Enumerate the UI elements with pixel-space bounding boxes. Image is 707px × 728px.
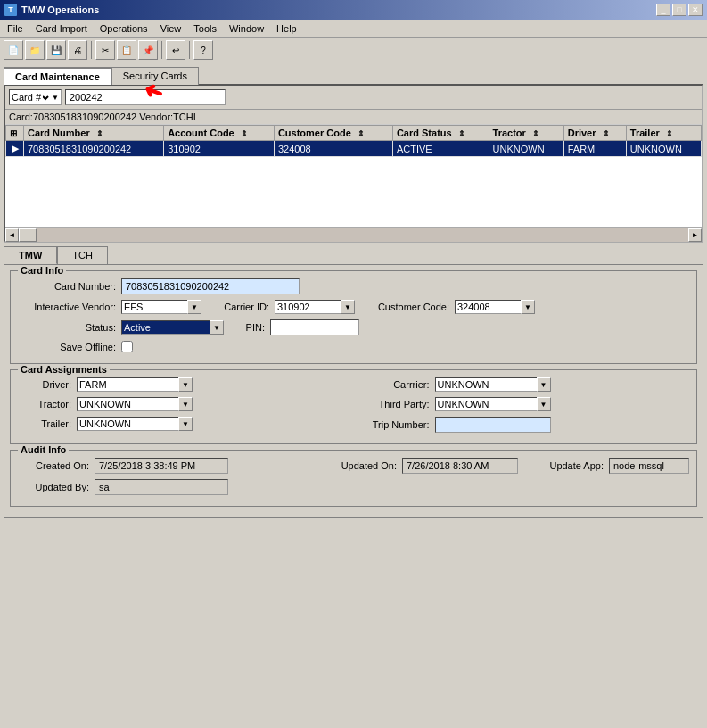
update-app-field [609, 458, 689, 474]
col-header-customer-code[interactable]: Customer Code ⇕ [274, 126, 392, 141]
status-label: Status: [18, 322, 116, 333]
col-header-num[interactable]: ⊞ [6, 126, 24, 141]
save-offline-checkbox[interactable] [121, 341, 133, 352]
third-party-dropdown-arrow-icon[interactable]: ▼ [537, 397, 551, 411]
inner-tab-tch[interactable]: TCH [57, 246, 108, 264]
table-row[interactable]: ▶ 7083051831090200242 310902 324008 ACTI… [6, 141, 702, 157]
carrier-id-label: Carrier ID: [207, 302, 269, 312]
trailer-select[interactable]: UNKNOWN [77, 417, 193, 431]
carrier-assign-dropdown-arrow-icon[interactable]: ▼ [537, 377, 551, 392]
sort-arrow-account-code: ⇕ [241, 129, 248, 138]
lower-section: TMW TCH Card Info Card Number: Interacti… [0, 243, 707, 724]
driver-row: Driver: FARM ▼ [18, 377, 349, 392]
menu-tools[interactable]: Tools [188, 21, 222, 36]
copy-button[interactable]: 📋 [117, 40, 136, 60]
cell-account-code: 310902 [164, 141, 275, 157]
row-indicator: ▶ [6, 141, 24, 157]
customer-dropdown-arrow-icon[interactable]: ▼ [521, 300, 535, 314]
carrier-select[interactable]: UNKNOWN [435, 377, 551, 392]
cell-driver: FARM [563, 141, 626, 157]
card-number-label: Card Number: [18, 281, 116, 292]
inner-tab-tmw[interactable]: TMW [4, 246, 57, 264]
search-type-select[interactable] [43, 91, 52, 103]
pin-field[interactable] [270, 319, 359, 335]
menu-view[interactable]: View [155, 21, 187, 36]
undo-button[interactable]: ↩ [166, 40, 185, 60]
close-button[interactable]: ✕ [688, 4, 703, 16]
window-controls: _ □ ✕ [656, 4, 703, 16]
minimize-button[interactable]: _ [656, 4, 670, 16]
horizontal-scrollbar[interactable]: ◄ ► [5, 228, 702, 241]
help-button[interactable]: ? [193, 40, 213, 60]
save-offline-row: Save Offline: [18, 341, 689, 352]
created-on-field [95, 458, 228, 474]
audit-info-title: Audit Info [18, 444, 69, 455]
open-button[interactable]: 📁 [25, 40, 45, 60]
col-header-card-status[interactable]: Card Status ⇕ [392, 126, 489, 141]
interactive-vendor-label: Interactive Vendor: [18, 302, 116, 312]
sort-arrow-tractor: ⇕ [532, 129, 539, 138]
menu-file[interactable]: File [2, 21, 29, 36]
tab-card-maintenance[interactable]: Card Maintenance [4, 67, 111, 85]
assignments-col-right: Carrrier: UNKNOWN ▼ Third Party: [358, 377, 690, 438]
tractor-select[interactable]: UNKNOWN [77, 397, 193, 411]
col-header-tractor[interactable]: Tractor ⇕ [489, 126, 563, 141]
tractor-row: Tractor: UNKNOWN ▼ [18, 397, 349, 411]
save-button[interactable]: 💾 [46, 40, 66, 60]
paste-button[interactable]: 📌 [138, 40, 158, 60]
card-assignments-group: Card Assignments Driver: FARM ▼ [10, 369, 697, 444]
new-button[interactable]: 📄 [4, 40, 23, 60]
toolbar-sep-1 [91, 41, 92, 59]
dropdown-arrow-icon: ▼ [52, 94, 59, 102]
third-party-wrap: UNKNOWN ▼ [435, 397, 551, 411]
driver-dropdown-arrow-icon[interactable]: ▼ [178, 377, 193, 392]
scroll-left-button[interactable]: ◄ [5, 228, 19, 242]
tab-security-cards[interactable]: Security Cards [111, 67, 199, 85]
scroll-right-button[interactable]: ► [688, 228, 702, 242]
print-button[interactable]: 🖨 [68, 40, 87, 60]
carrier-row: Carrrier: UNKNOWN ▼ [358, 377, 690, 392]
customer-code-wrap: 324008 ▼ [455, 300, 535, 314]
maximize-button[interactable]: □ [672, 4, 686, 16]
vendor-dropdown-arrow-icon[interactable]: ▼ [187, 300, 201, 314]
carrier-dropdown-arrow-icon[interactable]: ▼ [341, 300, 355, 314]
tractor-dropdown-arrow-icon[interactable]: ▼ [178, 397, 193, 411]
menu-help[interactable]: Help [271, 21, 302, 36]
menu-operations[interactable]: Operations [95, 21, 153, 36]
cell-customer-code: 324008 [274, 141, 392, 157]
audit-col-left: Created On: Updated By: [18, 458, 317, 500]
card-grid: ⊞ Card Number ⇕ Account Code ⇕ Customer … [5, 125, 702, 157]
save-offline-label: Save Offline: [18, 342, 116, 352]
third-party-select[interactable]: UNKNOWN [435, 397, 551, 411]
search-type-dropdown[interactable]: Card # ▼ [9, 89, 62, 105]
toolbar-sep-3 [189, 41, 190, 59]
card-number-field[interactable] [121, 278, 300, 294]
status-dropdown-arrow-icon[interactable]: ▼ [210, 320, 224, 335]
main-tab-bar: Card Maintenance Security Cards [0, 62, 707, 84]
assignments-two-col: Driver: FARM ▼ Tractor: [18, 377, 689, 438]
col-header-trailer[interactable]: Trailer ⇕ [626, 126, 701, 141]
col-header-driver[interactable]: Driver ⇕ [563, 126, 626, 141]
grid-container[interactable]: ⊞ Card Number ⇕ Account Code ⇕ Customer … [5, 125, 702, 228]
trip-number-field[interactable] [435, 417, 551, 433]
card-number-row: Card Number: [18, 278, 689, 294]
vendor-carrier-customer-row: Interactive Vendor: EFS ▼ Carrier ID: 31… [18, 300, 689, 314]
trailer-dropdown-arrow-icon[interactable]: ▼ [178, 417, 193, 431]
search-input[interactable] [65, 89, 226, 105]
cut-button[interactable]: ✂ [95, 40, 115, 60]
status-select[interactable]: Active [121, 320, 224, 335]
scroll-track[interactable] [19, 228, 688, 242]
menu-bar: File Card Import Operations View Tools W… [0, 20, 707, 38]
driver-select[interactable]: FARM [77, 377, 193, 392]
sort-arrow-trailer: ⇕ [666, 129, 673, 138]
trailer-row: Trailer: UNKNOWN ▼ [18, 417, 349, 431]
card-info-title: Card Info [18, 265, 66, 276]
sort-arrow-customer-code: ⇕ [358, 129, 365, 138]
upper-panel: Card # ▼ ➜ Card:7083051831090200242 Vend… [4, 84, 703, 243]
scroll-thumb[interactable] [19, 228, 37, 242]
col-header-account-code[interactable]: Account Code ⇕ [164, 126, 275, 141]
menu-card-import[interactable]: Card Import [30, 21, 93, 36]
col-header-card-number[interactable]: Card Number ⇕ [24, 126, 164, 141]
menu-window[interactable]: Window [224, 21, 269, 36]
updated-on-label: Updated On: [325, 460, 397, 471]
